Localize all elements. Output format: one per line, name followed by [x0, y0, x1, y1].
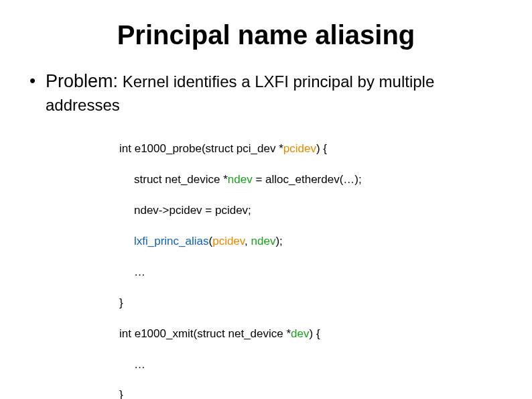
- code-text: }: [119, 296, 123, 309]
- code-line-9: }: [119, 388, 505, 399]
- code-line-4: lxfi_princ_alias(pcidev, ndev);: [119, 234, 505, 249]
- code-hl-ndev: ndev: [228, 173, 253, 186]
- code-text: ndev->pcidev = pcidev;: [134, 204, 251, 217]
- code-text: ) {: [316, 142, 327, 155]
- code-text: int e1000_probe(struct pci_dev *: [119, 142, 283, 155]
- code-text: = alloc_etherdev(…);: [253, 173, 362, 186]
- code-text: …: [134, 358, 145, 371]
- code-block: int e1000_probe(struct pci_dev *pcidev) …: [119, 127, 505, 399]
- code-hl-pcidev: pcidev: [283, 142, 316, 155]
- page-title: Principal name aliasing: [27, 20, 505, 50]
- code-hl-dev: dev: [291, 327, 309, 340]
- code-line-8: …: [119, 357, 505, 373]
- slide: Principal name aliasing Problem: Kernel …: [0, 0, 532, 399]
- problem-label: Problem:: [46, 71, 118, 91]
- code-hl-pcidev: pcidev: [212, 235, 245, 247]
- code-line-2: struct net_device *ndev = alloc_etherdev…: [119, 172, 505, 188]
- code-text: struct net_device *: [134, 173, 228, 186]
- code-line-6: }: [119, 296, 505, 311]
- code-text: ) {: [310, 327, 320, 340]
- code-text: ,: [245, 235, 251, 247]
- code-line-1: int e1000_probe(struct pci_dev *pcidev) …: [119, 141, 505, 157]
- code-text: }: [119, 388, 123, 399]
- code-line-3: ndev->pcidev = pcidev;: [119, 203, 505, 219]
- code-text: int e1000_xmit(struct net_device *: [119, 327, 291, 340]
- code-text: …: [134, 266, 145, 278]
- bullet-problem: Problem: Kernel identifies a LXFI princi…: [27, 69, 505, 399]
- code-text: );: [275, 235, 282, 247]
- code-hl-func: lxfi_princ_alias: [134, 235, 209, 247]
- code-line-5: …: [119, 265, 505, 280]
- code-hl-ndev: ndev: [251, 235, 276, 247]
- bullet-list: Problem: Kernel identifies a LXFI princi…: [27, 69, 505, 399]
- code-line-7: int e1000_xmit(struct net_device *dev) {: [119, 327, 505, 342]
